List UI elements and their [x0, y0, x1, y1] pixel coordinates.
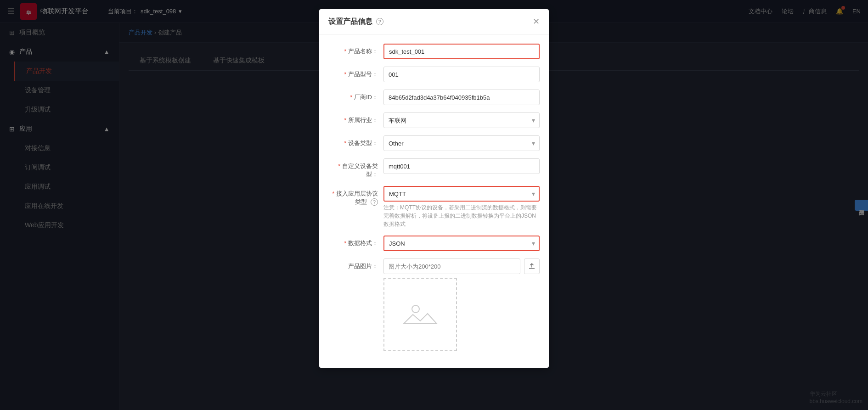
industry-select-wrap: 车联网 ▾: [383, 112, 540, 128]
image-input-wrap: [383, 258, 540, 274]
modal-help-icon[interactable]: ?: [376, 18, 383, 25]
protocol-hint: 注意：MQTT协议的设备，若采用二进制流的数据格式，则需要完善数据解析，将设备上…: [383, 203, 540, 228]
image-url-input[interactable]: [383, 258, 520, 274]
form-row-product-name: 产品名称：: [328, 44, 540, 59]
vendor-id-input[interactable]: [383, 90, 540, 105]
form-row-device-type: 设备类型： Other ▾: [328, 135, 540, 151]
device-type-select[interactable]: Other: [383, 135, 540, 151]
protocol-help-icon[interactable]: ?: [371, 198, 378, 206]
product-image-wrap: [383, 258, 540, 351]
custom-device-input[interactable]: [383, 158, 540, 174]
form-row-product-model: 产品型号：: [328, 67, 540, 82]
modal-body: 产品名称： 产品型号： 厂商ID：: [319, 34, 549, 368]
product-name-label: 产品名称：: [328, 44, 383, 56]
modal-dialog: 设置产品信息 ? ✕ 产品名称： 产品型号：: [319, 9, 549, 368]
modal-header: 设置产品信息 ? ✕: [319, 9, 549, 34]
data-format-select-wrap: JSON ▾: [383, 236, 540, 251]
modal-close-button[interactable]: ✕: [533, 17, 540, 27]
industry-wrap: 车联网 ▾: [383, 112, 540, 128]
industry-select[interactable]: 车联网: [383, 112, 540, 128]
custom-device-label: 自定义设备类型：: [328, 158, 383, 179]
form-row-data-format: 数据格式： JSON ▾: [328, 236, 540, 251]
modal-title: 设置产品信息 ?: [328, 17, 383, 27]
image-placeholder-icon: [402, 296, 439, 333]
protocol-label: 接入应用层协议类型 ?: [328, 186, 383, 206]
industry-label: 所属行业：: [328, 112, 383, 124]
form-row-vendor-id: 厂商ID：: [328, 90, 540, 105]
device-type-select-wrap: Other ▾: [383, 135, 540, 151]
product-name-wrap: [383, 44, 540, 59]
image-placeholder: [383, 278, 457, 351]
data-format-select[interactable]: JSON: [383, 236, 540, 251]
product-model-wrap: [383, 67, 540, 82]
form-row-industry: 所属行业： 车联网 ▾: [328, 112, 540, 128]
custom-device-wrap: [383, 158, 540, 174]
device-type-wrap: Other ▾: [383, 135, 540, 151]
product-image-label: 产品图片：: [328, 258, 383, 270]
modal-overlay: 设置产品信息 ? ✕ 产品名称： 产品型号：: [0, 0, 868, 410]
form-row-custom-device: 自定义设备类型：: [328, 158, 540, 179]
form-row-product-image: 产品图片：: [328, 258, 540, 351]
upload-icon: [528, 263, 535, 270]
protocol-select-wrap: MQTT ▾: [383, 186, 540, 202]
product-name-input[interactable]: [383, 44, 540, 59]
product-model-label: 产品型号：: [328, 67, 383, 79]
modal-title-text: 设置产品信息: [328, 17, 372, 27]
form-row-protocol: 接入应用层协议类型 ? MQTT ▾ 注意：MQTT协议的设备，若采用二进制流的…: [328, 186, 540, 228]
svg-point-2: [412, 305, 419, 313]
upload-button[interactable]: [524, 258, 540, 274]
vendor-id-label: 厂商ID：: [328, 90, 383, 101]
protocol-select[interactable]: MQTT: [383, 186, 540, 202]
protocol-wrap: MQTT ▾ 注意：MQTT协议的设备，若采用二进制流的数据格式，则需要完善数据…: [383, 186, 540, 228]
data-format-wrap: JSON ▾: [383, 236, 540, 251]
product-model-input[interactable]: [383, 67, 540, 82]
vendor-id-wrap: [383, 90, 540, 105]
device-type-label: 设备类型：: [328, 135, 383, 147]
data-format-label: 数据格式：: [328, 236, 383, 247]
